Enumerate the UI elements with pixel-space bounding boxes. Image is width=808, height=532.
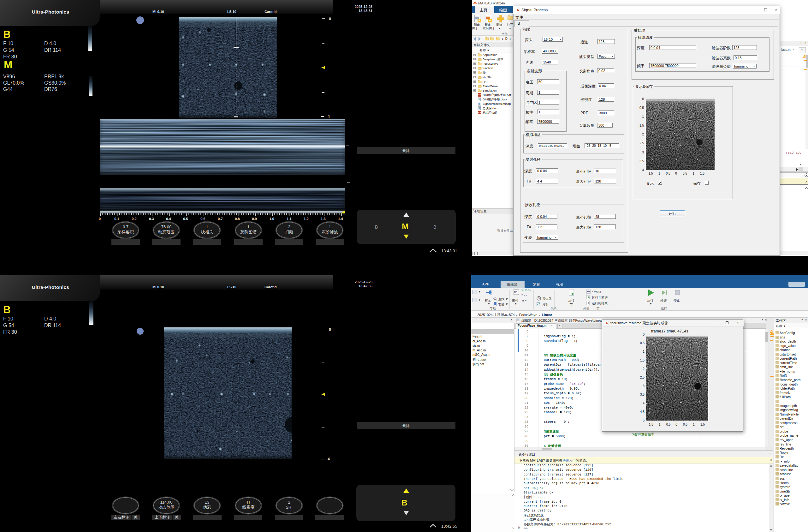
svg-text:fx: fx [514, 291, 517, 294]
